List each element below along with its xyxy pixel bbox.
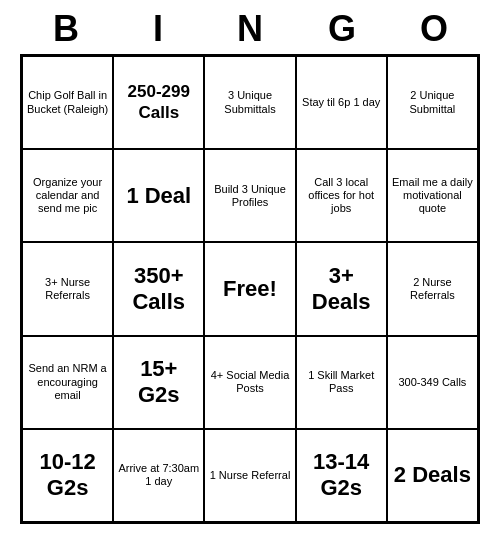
bingo-cell-10: 3+ Nurse Referrals	[22, 242, 113, 335]
bingo-cell-7: Build 3 Unique Profiles	[204, 149, 295, 242]
bingo-letter-n: N	[210, 8, 290, 50]
bingo-cell-5: Organize your calendar and send me pic	[22, 149, 113, 242]
bingo-cell-14: 2 Nurse Referrals	[387, 242, 478, 335]
bingo-cell-0: Chip Golf Ball in Bucket (Raleigh)	[22, 56, 113, 149]
bingo-cell-11: 350+ Calls	[113, 242, 204, 335]
bingo-cell-21: Arrive at 7:30am 1 day	[113, 429, 204, 522]
bingo-cell-1: 250-299 Calls	[113, 56, 204, 149]
bingo-cell-6: 1 Deal	[113, 149, 204, 242]
bingo-cell-12: Free!	[204, 242, 295, 335]
bingo-cell-16: 15+ G2s	[113, 336, 204, 429]
bingo-cell-3: Stay til 6p 1 day	[296, 56, 387, 149]
bingo-cell-4: 2 Unique Submittal	[387, 56, 478, 149]
bingo-cell-15: Send an NRM a encouraging email	[22, 336, 113, 429]
bingo-cell-17: 4+ Social Media Posts	[204, 336, 295, 429]
bingo-title: BINGO	[20, 0, 480, 54]
bingo-cell-20: 10-12 G2s	[22, 429, 113, 522]
bingo-cell-9: Email me a daily motivational quote	[387, 149, 478, 242]
bingo-cell-19: 300-349 Calls	[387, 336, 478, 429]
bingo-cell-2: 3 Unique Submittals	[204, 56, 295, 149]
bingo-cell-22: 1 Nurse Referral	[204, 429, 295, 522]
bingo-grid: Chip Golf Ball in Bucket (Raleigh)250-29…	[20, 54, 480, 524]
bingo-letter-i: I	[118, 8, 198, 50]
bingo-cell-18: 1 Skill Market Pass	[296, 336, 387, 429]
bingo-cell-8: Call 3 local offices for hot jobs	[296, 149, 387, 242]
bingo-letter-o: O	[394, 8, 474, 50]
bingo-letter-b: B	[26, 8, 106, 50]
bingo-cell-24: 2 Deals	[387, 429, 478, 522]
bingo-letter-g: G	[302, 8, 382, 50]
bingo-cell-13: 3+ Deals	[296, 242, 387, 335]
bingo-cell-23: 13-14 G2s	[296, 429, 387, 522]
